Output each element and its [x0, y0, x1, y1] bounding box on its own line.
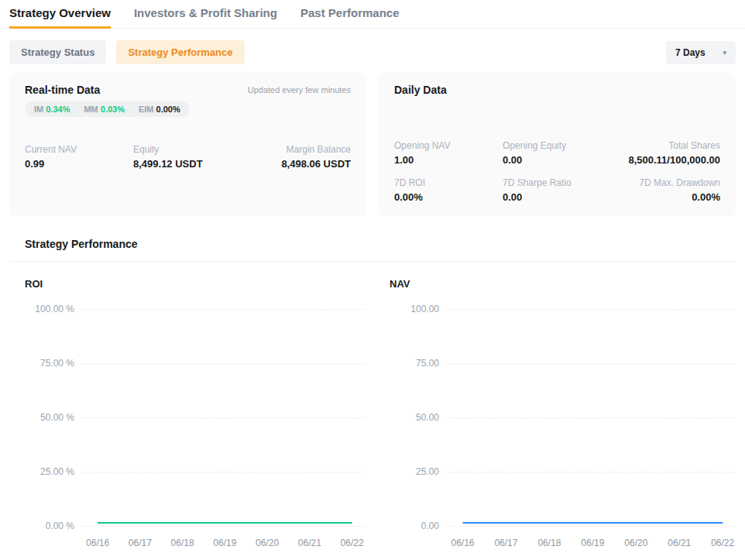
eim-label: EIM [139, 105, 154, 114]
y-axis-tick: 100.00 [390, 304, 439, 314]
x-axis-tick: 06/22 [711, 538, 734, 548]
eim-value: 0.00% [156, 105, 180, 114]
updated-note: Updated every few minutes [248, 84, 351, 94]
current-nav-label: Current NAV [25, 144, 133, 155]
daily-card-title: Daily Data [394, 84, 447, 96]
7d-sharpe-label: 7D Sharpe Ratio [503, 177, 612, 188]
margin-ratios-badge: IM0.34% MM0.03% EIM0.00% [25, 101, 190, 117]
opening-nav-value: 1.00 [394, 154, 503, 166]
mm-label: MM [84, 105, 98, 114]
daily-stats-row2: 7D ROI 0.00% 7D Sharpe Ratio 0.00 7D Max… [394, 177, 720, 203]
7d-drawdown-stat: 7D Max. Drawdown 0.00% [612, 177, 721, 203]
period-dropdown-value: 7 Days [675, 47, 706, 58]
7d-sharpe-stat: 7D Sharpe Ratio 0.00 [503, 177, 612, 203]
total-shares-label: Total Shares [612, 140, 721, 151]
subtab-strategy-performance[interactable]: Strategy Performance [116, 40, 244, 64]
mm-ratio: MM0.03% [84, 105, 125, 114]
y-axis-tick: 100.00 % [25, 304, 74, 314]
x-axis-tick: 06/19 [581, 538, 604, 548]
mm-value: 0.03% [101, 105, 125, 114]
roi-chart-plot[interactable]: 100.00 %75.00 %50.00 %25.00 %0.00 %06/16… [25, 309, 365, 551]
subtab-group: Strategy Status Strategy Performance [9, 40, 245, 64]
x-axis-tick: 06/20 [256, 538, 279, 548]
chevron-down-icon: ▾ [723, 49, 726, 57]
strategy-performance-section: Strategy Performance ROI 100.00 %75.00 %… [9, 238, 736, 551]
im-ratio: IM0.34% [34, 105, 70, 114]
margin-balance-value: 8,498.06 USDT [242, 158, 352, 170]
x-axis-tick: 06/18 [537, 538, 561, 548]
opening-nav-label: Opening NAV [394, 140, 503, 151]
y-axis-tick: 50.00 % [25, 412, 74, 423]
gridline-dash [82, 526, 365, 527]
7d-roi-label: 7D ROI [394, 177, 503, 188]
equity-label: Equity [133, 144, 242, 155]
x-axis-tick: 06/16 [86, 538, 109, 548]
y-axis-tick: 50.00 [390, 412, 439, 423]
main-tabbar: Strategy Overview Investors & Profit Sha… [0, 0, 745, 29]
charts-row: ROI 100.00 %75.00 %50.00 %25.00 %0.00 %0… [9, 262, 736, 551]
nav-chart-plot[interactable]: 100.0075.0050.0025.000.0006/1606/1706/18… [390, 309, 736, 551]
7d-drawdown-value: 0.00% [612, 191, 721, 203]
tab-investors-profit-sharing[interactable]: Investors & Profit Sharing [134, 6, 277, 29]
data-cards-row: Real-time Data Updated every few minutes… [9, 73, 736, 216]
total-shares-stat: Total Shares 8,500.11/100,000.00 [612, 140, 721, 166]
eim-ratio: EIM0.00% [139, 105, 180, 114]
7d-roi-stat: 7D ROI 0.00% [394, 177, 503, 203]
7d-sharpe-value: 0.00 [503, 191, 612, 203]
7d-roi-value: 0.00% [394, 191, 503, 203]
nav-chart-title: NAV [390, 278, 736, 290]
x-axis-tick: 06/22 [341, 538, 364, 548]
current-nav-stat: Current NAV 0.99 [25, 144, 133, 170]
realtime-data-card: Real-time Data Updated every few minutes… [9, 73, 366, 216]
x-axis-labels: 06/1606/1706/1806/1906/2006/2106/22 [82, 538, 365, 550]
daily-data-card: Daily Data Opening NAV 1.00 Opening Equi… [379, 73, 736, 216]
roi-chart-title: ROI [25, 278, 365, 290]
roi-chart: ROI 100.00 %75.00 %50.00 %25.00 %0.00 %0… [9, 262, 365, 551]
x-axis-tick: 06/16 [451, 538, 474, 548]
equity-stat: Equity 8,499.12 USDT [133, 144, 242, 170]
y-axis-tick: 0.00 % [25, 520, 74, 531]
daily-stats-row1: Opening NAV 1.00 Opening Equity 0.00 Tot… [394, 140, 720, 166]
nav-chart: NAV 100.0075.0050.0025.000.0006/1606/170… [380, 262, 736, 551]
im-label: IM [34, 105, 43, 114]
realtime-stats: Current NAV 0.99 Equity 8,499.12 USDT Ma… [25, 144, 351, 170]
nav-series-line [447, 309, 736, 526]
total-shares-value: 8,500.11/100,000.00 [612, 154, 721, 166]
y-axis-tick: 25.00 [390, 466, 439, 477]
opening-nav-stat: Opening NAV 1.00 [394, 140, 503, 166]
x-axis-tick: 06/21 [668, 538, 691, 548]
tab-strategy-overview[interactable]: Strategy Overview [9, 6, 111, 29]
period-dropdown[interactable]: 7 Days ▾ [666, 41, 736, 64]
x-axis-tick: 06/19 [213, 538, 236, 548]
im-value: 0.34% [46, 105, 70, 114]
current-nav-value: 0.99 [25, 158, 133, 170]
subtab-strategy-status[interactable]: Strategy Status [9, 40, 106, 64]
x-axis-tick: 06/18 [171, 538, 194, 548]
gridline-dash [447, 526, 736, 527]
opening-equity-label: Opening Equity [503, 140, 612, 151]
margin-balance-stat: Margin Balance 8,498.06 USDT [242, 144, 352, 170]
x-axis-tick: 06/17 [129, 538, 152, 548]
x-axis-tick: 06/20 [624, 538, 647, 548]
y-axis-tick: 75.00 [390, 358, 439, 369]
tab-past-performance[interactable]: Past Performance [300, 6, 400, 29]
y-axis-tick: 0.00 [390, 520, 439, 531]
realtime-card-title: Real-time Data [25, 84, 100, 96]
y-axis-tick: 25.00 % [25, 466, 74, 477]
equity-value: 8,499.12 USDT [133, 158, 242, 170]
y-axis-tick: 75.00 % [25, 358, 74, 369]
roi-series-line [82, 309, 365, 526]
controls-row: Strategy Status Strategy Performance 7 D… [9, 40, 736, 64]
opening-equity-stat: Opening Equity 0.00 [503, 140, 612, 166]
x-axis-tick: 06/17 [494, 538, 517, 548]
opening-equity-value: 0.00 [503, 154, 612, 166]
7d-drawdown-label: 7D Max. Drawdown [612, 177, 721, 188]
x-axis-tick: 06/21 [298, 538, 321, 548]
x-axis-labels: 06/1606/1706/1806/1906/2006/2106/22 [447, 538, 736, 550]
strategy-performance-heading: Strategy Performance [9, 238, 736, 250]
margin-balance-label: Margin Balance [242, 144, 352, 155]
